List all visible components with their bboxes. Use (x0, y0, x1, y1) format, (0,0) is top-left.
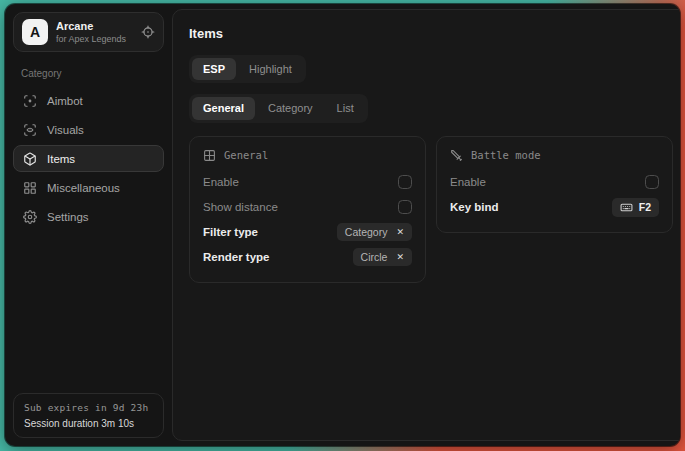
grid-border-icon (203, 149, 216, 162)
page-title: Items (189, 26, 673, 41)
app-window: A Arcane for Apex Legends Category Aimbo… (5, 4, 680, 446)
battle-mode-panel-header: Battle mode (450, 149, 659, 162)
general-panel-title: General (224, 149, 268, 161)
main-area: Items ESP Highlight General Category Lis… (172, 4, 680, 446)
sidebar-item-miscellaneous[interactable]: Miscellaneous (13, 174, 164, 201)
tab-highlight[interactable]: Highlight (238, 58, 303, 80)
app-subtitle: for Apex Legends (56, 34, 126, 45)
sidebar-item-items[interactable]: Items (13, 145, 164, 172)
tab-general[interactable]: General (192, 97, 255, 119)
chip-remove-icon[interactable]: ✕ (396, 253, 404, 262)
chip-remove-icon[interactable]: ✕ (396, 228, 404, 237)
sub-expires-text: Sub expires in 9d 23h (24, 402, 153, 413)
enable-checkbox[interactable] (398, 175, 412, 189)
sidebar-item-label: Settings (47, 211, 89, 223)
render-type-select-chip[interactable]: Circle ✕ (353, 248, 412, 266)
tab-category[interactable]: Category (257, 97, 324, 119)
setting-label: Show distance (203, 201, 278, 213)
package-box-icon (23, 152, 37, 166)
show-distance-checkbox[interactable] (398, 200, 412, 214)
app-name: Arcane (56, 20, 126, 33)
brand-card: A Arcane for Apex Legends (13, 12, 164, 52)
mode-tab-row: ESP Highlight (189, 55, 673, 83)
sidebar: A Arcane for Apex Legends Category Aimbo… (5, 4, 172, 446)
key-bind-button[interactable]: F2 (612, 198, 659, 217)
setting-row-filter-type: Filter type Category ✕ (203, 220, 412, 245)
setting-label: Key bind (450, 201, 499, 213)
setting-row-battle-enable: Enable (450, 170, 659, 195)
battle-mode-panel: Battle mode Enable Key bind (436, 136, 673, 233)
chip-value: Circle (361, 251, 388, 263)
general-panel-header: General (203, 149, 412, 162)
desktop-background: A Arcane for Apex Legends Category Aimbo… (0, 0, 685, 451)
scan-eye-icon (23, 123, 37, 137)
tab-list[interactable]: List (326, 97, 365, 119)
sidebar-item-aimbot[interactable]: Aimbot (13, 87, 164, 114)
sidebar-item-label: Visuals (47, 124, 84, 136)
app-logo: A (22, 19, 48, 45)
sub-tab-row: General Category List (189, 94, 673, 122)
setting-row-key-bind: Key bind F2 (450, 195, 659, 220)
battle-enable-checkbox[interactable] (645, 175, 659, 189)
key-bind-value: F2 (639, 201, 651, 213)
chip-value: Category (345, 226, 388, 238)
setting-label: Filter type (203, 226, 258, 238)
setting-row-show-distance: Show distance (203, 195, 412, 220)
keyboard-icon (620, 201, 633, 214)
sidebar-item-label: Items (47, 153, 75, 165)
sidebar-nav: Aimbot Visuals Items (13, 87, 164, 230)
general-panel: General Enable Show distance Filter type (189, 136, 426, 283)
session-duration-text: Session duration 3m 10s (24, 418, 153, 429)
sword-icon (450, 149, 463, 162)
sidebar-item-label: Aimbot (47, 95, 83, 107)
setting-row-enable: Enable (203, 170, 412, 195)
battle-mode-panel-title: Battle mode (471, 149, 541, 161)
settings-panels: General Enable Show distance Filter type (189, 136, 673, 283)
sidebar-item-visuals[interactable]: Visuals (13, 116, 164, 143)
crosshair-target-icon[interactable] (141, 25, 155, 39)
sidebar-item-settings[interactable]: Settings (13, 203, 164, 230)
aimbot-crosshair-icon (23, 94, 37, 108)
sub-tabs: General Category List (189, 94, 368, 122)
brand-text: Arcane for Apex Legends (56, 20, 126, 45)
setting-label: Enable (450, 176, 486, 188)
filter-type-select-chip[interactable]: Category ✕ (337, 223, 412, 241)
setting-label: Render type (203, 251, 269, 263)
sidebar-item-label: Miscellaneous (47, 182, 120, 194)
subscription-info-card: Sub expires in 9d 23h Session duration 3… (13, 393, 164, 438)
main-panel: Items ESP Highlight General Category Lis… (172, 9, 680, 441)
layout-grid-icon (23, 181, 37, 195)
setting-row-render-type: Render type Circle ✕ (203, 245, 412, 270)
setting-label: Enable (203, 176, 239, 188)
sidebar-category-label: Category (21, 68, 156, 79)
gear-icon (23, 210, 37, 224)
tab-esp[interactable]: ESP (192, 58, 236, 80)
mode-tabs: ESP Highlight (189, 55, 306, 83)
